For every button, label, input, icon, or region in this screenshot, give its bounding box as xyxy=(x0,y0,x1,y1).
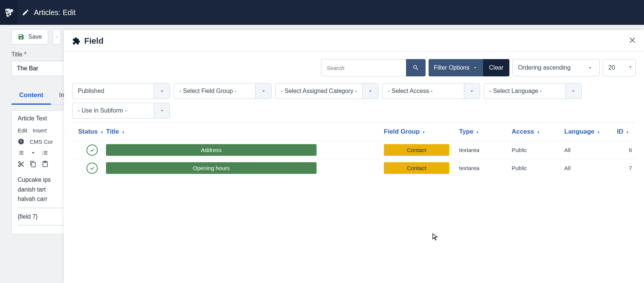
col-status[interactable]: Status xyxy=(78,128,106,135)
field-title-button[interactable]: Opening hours xyxy=(106,162,317,174)
col-type[interactable]: Type xyxy=(459,128,512,135)
search-button[interactable] xyxy=(406,59,426,76)
field-access: Public xyxy=(512,147,564,153)
search-icon xyxy=(412,64,419,71)
filter-options-group: Filter Options Clear xyxy=(429,59,509,76)
chevron-down-icon xyxy=(30,149,36,156)
chevron-down-icon xyxy=(464,84,480,99)
col-id[interactable]: ID xyxy=(617,128,632,135)
chevron-down-icon xyxy=(583,61,597,75)
cms-content-label: CMS Cor xyxy=(30,138,53,145)
field-id: 7 xyxy=(617,165,636,171)
field-title-button[interactable]: Address xyxy=(106,144,317,156)
field-id: 6 xyxy=(617,147,636,153)
save-label: Save xyxy=(28,33,42,40)
chevron-down-icon xyxy=(154,103,170,118)
close-icon xyxy=(628,36,636,44)
field-language: All xyxy=(564,165,617,171)
joomla-logo[interactable] xyxy=(0,0,17,25)
col-title[interactable]: Title xyxy=(106,128,384,135)
table-row: Opening hours Contact textarea Public Al… xyxy=(72,159,636,177)
filter-state[interactable]: Published xyxy=(72,83,170,99)
filter-options-button[interactable]: Filter Options xyxy=(429,59,483,76)
plugin-icon xyxy=(72,37,80,45)
filter-language[interactable]: - Select Language - xyxy=(484,83,582,99)
filter-assigned-category[interactable]: - Select Assigned Category - xyxy=(275,83,379,99)
table-row: Address Contact textarea Public All 6 xyxy=(72,141,636,159)
ordering-select[interactable]: Ordering ascending xyxy=(512,59,600,76)
field-type: textarea xyxy=(459,165,512,171)
filter-field-group[interactable]: - Select Field Group - xyxy=(174,83,271,99)
chevron-down-icon xyxy=(154,84,170,99)
col-group[interactable]: Field Group xyxy=(384,128,459,135)
clear-button[interactable]: Clear xyxy=(483,59,509,76)
search-group xyxy=(321,59,426,76)
status-published-icon[interactable] xyxy=(86,163,98,174)
paste-icon xyxy=(42,161,48,167)
bullet-list-icon xyxy=(18,149,24,156)
chevron-down-icon xyxy=(628,64,633,71)
menu-edit[interactable]: Edit xyxy=(18,127,27,134)
field-type: textarea xyxy=(459,147,512,153)
status-published-icon[interactable] xyxy=(86,145,98,156)
field-modal: Field Filter Options Clear xyxy=(64,30,644,283)
scissors-icon xyxy=(18,161,24,167)
field-table: Status Title Field Group Type Access Lan… xyxy=(72,122,636,177)
col-access[interactable]: Access xyxy=(512,128,564,135)
menu-insert[interactable]: Insert xyxy=(33,127,47,134)
filter-subform[interactable]: - Use in Subform - xyxy=(72,103,170,119)
joomla-icon xyxy=(18,138,24,145)
field-group-button[interactable]: Contact xyxy=(384,144,449,156)
chevron-down-icon xyxy=(473,65,478,70)
col-language[interactable]: Language xyxy=(564,128,617,135)
modal-title: Field xyxy=(84,36,103,46)
page-title: Articles: Edit xyxy=(34,8,76,17)
field-access: Public xyxy=(512,165,564,171)
chevron-down-icon xyxy=(565,84,581,99)
search-input[interactable] xyxy=(321,59,406,76)
numbered-list-icon xyxy=(42,149,48,156)
field-language: All xyxy=(564,147,617,153)
chevron-down-icon xyxy=(255,84,271,99)
chevron-down-icon xyxy=(362,84,378,99)
close-button[interactable] xyxy=(628,36,636,46)
app-header: Articles: Edit xyxy=(0,0,644,25)
modal-header: Field xyxy=(64,30,644,52)
field-group-button[interactable]: Contact xyxy=(384,162,449,174)
save-close-button-partial[interactable] xyxy=(53,29,61,44)
copy-icon xyxy=(30,161,36,167)
tab-content[interactable]: Content xyxy=(11,87,51,105)
pencil-icon xyxy=(17,9,34,16)
save-button[interactable]: Save xyxy=(11,29,48,44)
filter-access[interactable]: - Select Access - xyxy=(382,83,480,99)
limit-select[interactable]: 20 xyxy=(603,59,636,76)
